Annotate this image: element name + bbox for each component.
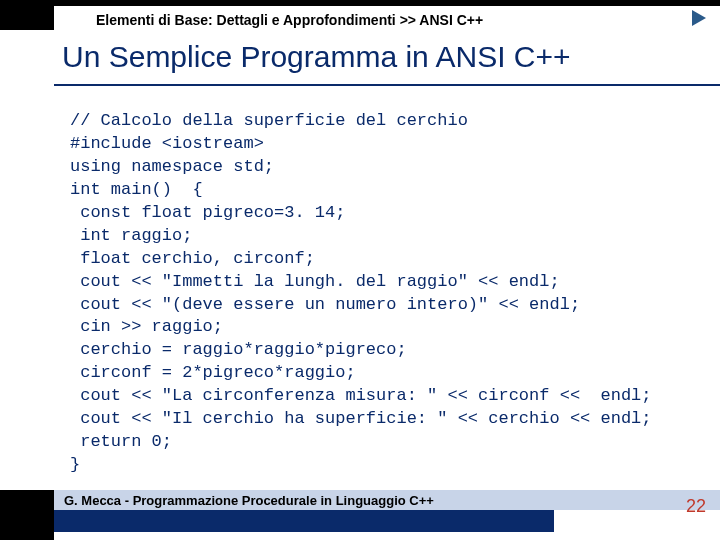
breadcrumb-text: Elementi di Base: Dettagli e Approfondim… xyxy=(96,12,483,28)
code-line: cout << "Il cerchio ha superficie: " << … xyxy=(70,409,652,428)
code-line: cout << "(deve essere un numero intero)"… xyxy=(70,295,580,314)
page-title-wrap: Un Semplice Programma in ANSI C++ xyxy=(62,40,712,74)
code-line: circonf = 2*pigreco*raggio; xyxy=(70,363,356,382)
code-line: cin >> raggio; xyxy=(70,317,223,336)
next-arrow-icon[interactable] xyxy=(692,10,706,26)
left-column-white xyxy=(0,30,54,490)
code-line: const float pigreco=3. 14; xyxy=(70,203,345,222)
footer: G. Mecca - Programmazione Procedurale in… xyxy=(0,490,720,540)
code-line: #include <iostream> xyxy=(70,134,264,153)
code-line: cout << "La circonferenza misura: " << c… xyxy=(70,386,652,405)
page-title: Un Semplice Programma in ANSI C++ xyxy=(62,40,712,74)
code-block: // Calcolo della superficie del cerchio … xyxy=(70,110,706,477)
breadcrumb: Elementi di Base: Dettagli e Approfondim… xyxy=(54,6,720,34)
footer-text: G. Mecca - Programmazione Procedurale in… xyxy=(64,493,434,508)
code-line: } xyxy=(70,455,80,474)
code-line: using namespace std; xyxy=(70,157,274,176)
title-underline xyxy=(54,84,720,86)
page-number: 22 xyxy=(686,496,706,517)
code-line: float cerchio, circonf; xyxy=(70,249,315,268)
code-line: // Calcolo della superficie del cerchio xyxy=(70,111,468,130)
footer-dark-strip xyxy=(54,510,554,532)
code-line: int raggio; xyxy=(70,226,192,245)
code-line: int main() { xyxy=(70,180,203,199)
code-line: return 0; xyxy=(70,432,172,451)
code-line: cerchio = raggio*raggio*pigreco; xyxy=(70,340,407,359)
code-line: cout << "Immetti la lungh. del raggio" <… xyxy=(70,272,560,291)
